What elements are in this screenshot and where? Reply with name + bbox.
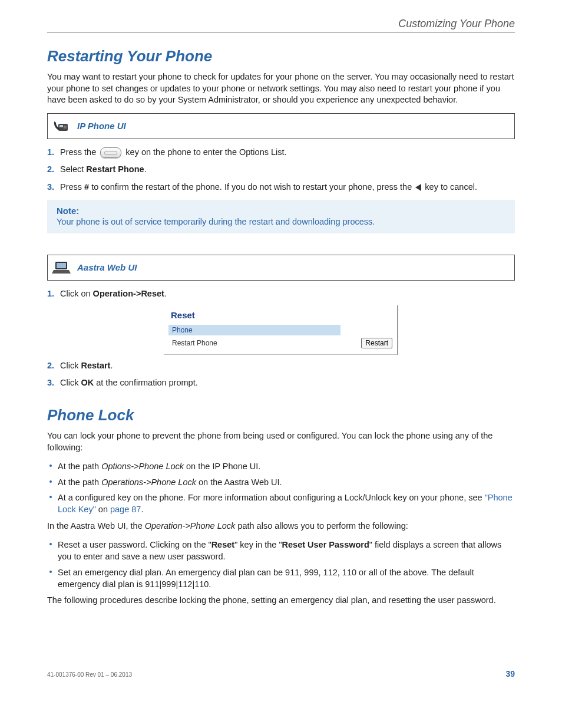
bullet-text: Reset a user password. Clicking on the " (58, 540, 211, 549)
step-bold: OK (81, 378, 94, 387)
bullet-bold: Reset User Password (282, 540, 369, 549)
bullet-text: " key in the " (234, 540, 282, 549)
svg-point-4 (64, 127, 65, 129)
step-number: 3. (47, 377, 54, 390)
para-italic: Operation->Phone Lock (145, 521, 236, 531)
bullet-bold: Reset (211, 540, 235, 549)
step-text: Select (60, 164, 86, 174)
step-text: Click on (60, 289, 93, 298)
note-box: Note: Your phone is out of service tempo… (47, 200, 515, 233)
svg-rect-7 (57, 263, 66, 268)
phonelock-para2: In the Aastra Web UI, the Operation->Pho… (47, 521, 515, 532)
section-intro-restart: You may want to restart your phone to ch… (47, 71, 515, 106)
step-row: 2. Click Restart. (47, 360, 515, 373)
list-item: Set an emergency dial plan. An emergency… (47, 566, 515, 591)
para-text: path also allows you to perform the foll… (235, 521, 408, 531)
bullet-italic: Options->Phone Lock (101, 462, 184, 471)
step-row: 3. Press # to confirm the restart of the… (47, 181, 515, 194)
para-text: In the Aastra Web UI, the (47, 521, 145, 531)
step-text: Click (60, 378, 81, 387)
svg-point-3 (65, 126, 67, 127)
step-row: 1. Press the key on the phone to enter t… (47, 146, 515, 159)
figure-row-label: Restart Phone (168, 339, 217, 347)
step-row: 1. Click on Operation->Reset. (47, 288, 515, 301)
bullet-text: At the path (58, 477, 101, 487)
svg-point-2 (64, 126, 65, 127)
svg-point-5 (65, 127, 67, 129)
phonelock-para3: The following procedures describe lockin… (47, 595, 515, 607)
page-number: 39 (505, 669, 515, 678)
list-item: At the path Operations->Phone Lock on th… (47, 476, 515, 488)
step-text: . (110, 361, 113, 370)
bullet-text: on (96, 505, 110, 514)
back-arrow-icon (415, 184, 421, 191)
figure-section-bar: Phone (168, 325, 340, 335)
step-bold: # (84, 182, 89, 192)
web-ui-steps-2: 2. Click Restart. 3. Click OK at the con… (47, 360, 515, 390)
step-bold: Restart (81, 361, 110, 370)
doc-reference: 41-001376-00 Rev 01 – 06.2013 (47, 671, 132, 678)
step-text: at the confirmation prompt. (94, 378, 198, 387)
note-title: Note: (57, 206, 505, 216)
phonelock-bullets-1: At the path Options->Phone Lock on the I… (47, 460, 515, 515)
bullet-text: Set an emergency dial plan. An emergency… (58, 568, 474, 589)
bullet-text: on the IP Phone UI. (184, 462, 260, 471)
list-item: Reset a user password. Clicking on the "… (47, 539, 515, 563)
breadcrumb: Customizing Your Phone (47, 18, 515, 30)
bullet-text: . (141, 505, 143, 514)
section-title-phonelock: Phone Lock (47, 406, 515, 424)
ip-phone-steps: 1. Press the key on the phone to enter t… (47, 146, 515, 194)
step-text: . (164, 289, 167, 298)
laptop-icon (48, 260, 75, 275)
step-text: key to cancel. (425, 182, 477, 192)
step-bold: Operation->Reset (93, 289, 164, 298)
figure-row: Restart Phone Restart (168, 338, 392, 348)
page-87-link[interactable]: page 87 (110, 505, 141, 514)
phonelock-intro: You can lock your phone to prevent the p… (47, 430, 515, 453)
step-bold: Restart Phone (86, 164, 144, 174)
bullet-text: At a configured key on the phone. For mo… (58, 493, 485, 502)
ip-phone-ui-label: IP Phone UI (75, 121, 126, 131)
svg-rect-1 (59, 125, 63, 127)
step-row: 3. Click OK at the confirmation prompt. (47, 377, 515, 390)
phonelock-bullets-2: Reset a user password. Clicking on the "… (47, 539, 515, 590)
web-ui-steps-1: 1. Click on Operation->Reset. (47, 288, 515, 301)
list-item: At a configured key on the phone. For mo… (47, 492, 515, 516)
note-text: Your phone is out of service temporarily… (57, 217, 505, 226)
header-rule (47, 32, 515, 33)
step-row: 2. Select Restart Phone. (47, 163, 515, 176)
web-ui-box: Aastra Web UI (47, 255, 515, 281)
step-text: Press (60, 182, 84, 192)
options-key-icon (100, 147, 121, 158)
step-text: Click (60, 361, 81, 370)
step-number: 2. (47, 360, 54, 373)
step-text: . (144, 164, 147, 174)
bullet-text: on the Aastra Web UI. (196, 477, 282, 487)
step-number: 1. (47, 146, 54, 159)
step-text: Press the (60, 147, 98, 157)
bullet-italic: Operations->Phone Lock (101, 477, 196, 487)
step-number: 2. (47, 163, 54, 176)
section-title-restart: Restarting Your Phone (47, 47, 515, 65)
phone-icon (48, 119, 75, 133)
step-number: 1. (47, 288, 54, 301)
step-number: 3. (47, 181, 54, 194)
step-text: key on the phone to enter the Options Li… (125, 147, 286, 157)
ip-phone-ui-box: IP Phone UI (47, 113, 515, 139)
figure-heading: Reset (171, 310, 392, 320)
restart-button[interactable]: Restart (361, 338, 392, 348)
list-item: At the path Options->Phone Lock on the I… (47, 460, 515, 472)
page-footer: 41-001376-00 Rev 01 – 06.2013 39 (47, 669, 515, 678)
step-text: to confirm the restart of the phone. If … (89, 182, 414, 192)
bullet-text: At the path (58, 462, 101, 471)
reset-figure: Reset Phone Restart Phone Restart (164, 305, 398, 355)
web-ui-label: Aastra Web UI (75, 262, 137, 272)
